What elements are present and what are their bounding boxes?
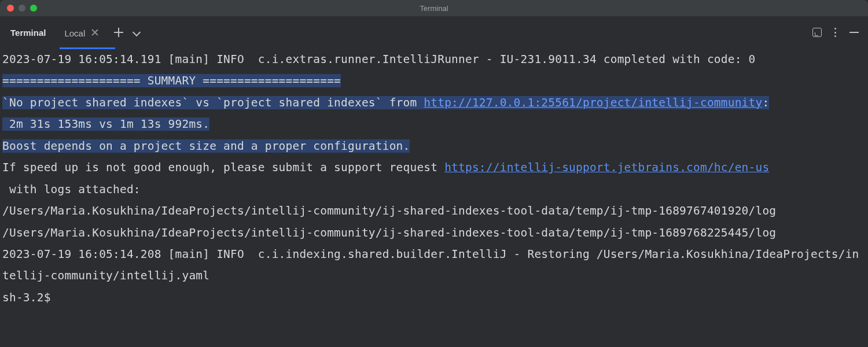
window-titlebar: Terminal bbox=[0, 0, 868, 16]
window-title: Terminal bbox=[0, 4, 868, 13]
terminal-toolbar: Terminal Local bbox=[0, 16, 868, 49]
window-traffic-lights bbox=[7, 5, 37, 12]
close-tab-icon[interactable] bbox=[91, 28, 99, 36]
tab-dropdown-icon[interactable] bbox=[133, 28, 141, 36]
shell-prompt: sh-3.2$ bbox=[2, 291, 51, 304]
log-path-line: /Users/Maria.Kosukhina/IdeaProjects/inte… bbox=[2, 226, 776, 239]
terminal-tab-local[interactable]: Local bbox=[61, 16, 102, 49]
more-options-icon[interactable] bbox=[834, 28, 837, 37]
support-line: If speed up is not good enough, please s… bbox=[2, 161, 444, 174]
timing-line: 2m 31s 153ms vs 1m 13s 992ms. bbox=[2, 117, 209, 131]
project-url-link[interactable]: http://127.0.0.1:25561/project/intellij-… bbox=[424, 96, 762, 109]
log-line: 2023-07-19 16:05:14.208 [main] INFO c.i.… bbox=[2, 248, 859, 282]
tab-label: Local bbox=[64, 27, 85, 38]
summary-line: `No project shared indexes` vs `project … bbox=[2, 96, 424, 109]
summary-line-tail: : bbox=[762, 96, 769, 109]
support-url-link[interactable]: https://intellij-support.jetbrains.com/h… bbox=[444, 161, 769, 174]
resize-panel-icon[interactable] bbox=[812, 28, 822, 37]
boost-note-line: Boost depends on a project size and a pr… bbox=[2, 139, 410, 153]
log-line: 2023-07-19 16:05:14.191 [main] INFO c.i.… bbox=[2, 53, 755, 66]
close-window-button[interactable] bbox=[7, 5, 14, 12]
minimize-window-button[interactable] bbox=[19, 5, 25, 12]
summary-header: ==================== SUMMARY ===========… bbox=[2, 74, 341, 87]
terminal-output[interactable]: 2023-07-19 16:05:14.191 [main] INFO c.i.… bbox=[0, 49, 868, 308]
toolwindow-title: Terminal bbox=[10, 28, 46, 38]
logs-attached-line: with logs attached: bbox=[2, 183, 141, 196]
new-tab-icon[interactable] bbox=[114, 28, 123, 37]
active-tab-indicator bbox=[60, 47, 115, 49]
hide-panel-icon[interactable] bbox=[849, 32, 859, 33]
log-path-line: /Users/Maria.Kosukhina/IdeaProjects/inte… bbox=[2, 204, 776, 217]
zoom-window-button[interactable] bbox=[30, 5, 37, 12]
